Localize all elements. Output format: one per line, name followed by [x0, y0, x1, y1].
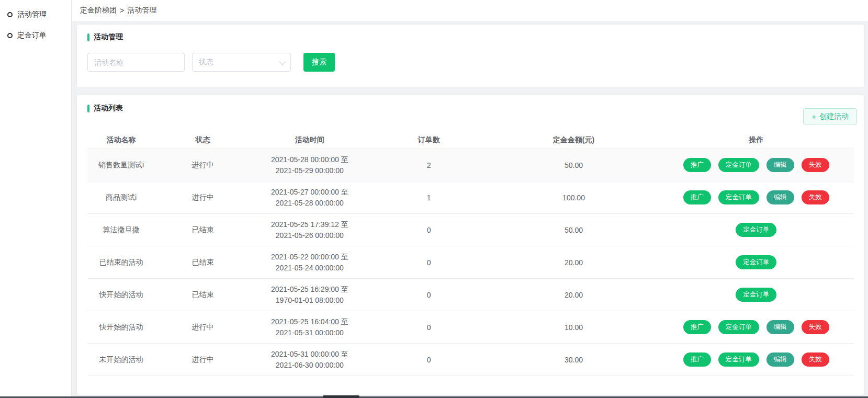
order-count-cell: 0	[369, 356, 489, 364]
edit-button[interactable]: 编辑	[766, 320, 794, 334]
sidebar: 活动管理 定金订单	[0, 0, 72, 396]
time-start: 2021-05-22 00:00:00 至	[251, 252, 369, 263]
order-count-cell: 1	[369, 194, 489, 202]
table-row: 快开始的活动进行中2021-05-25 16:04:00 至2021-05-31…	[87, 311, 854, 344]
panel-title-text: 活动列表	[94, 104, 123, 113]
actions-cell: 推广定金订单编辑失效	[658, 158, 854, 172]
activity-table: 活动名称状态活动时间订单数定金金额(元)操作 销售数量测试i进行中2021-05…	[87, 131, 854, 376]
invalidate-button[interactable]: 失效	[802, 190, 829, 204]
table-row: 算法撒旦撒已结束2021-05-25 17:39:12 至2021-05-26 …	[87, 214, 854, 246]
create-activity-button[interactable]: + 创建活动	[803, 108, 857, 124]
deposit-orders-button[interactable]: 定金订单	[736, 288, 776, 302]
page: 活动管理 定金订单 定金阶梯团 > 活动管理 活动管理 状态 搜索	[0, 0, 868, 398]
column-header: 操作	[658, 135, 854, 145]
order-count-cell: 2	[369, 161, 489, 169]
deposit-orders-button[interactable]: 定金订单	[718, 320, 759, 334]
order-count-cell: 0	[369, 226, 489, 234]
sidebar-item-label: 定金订单	[17, 31, 47, 40]
deposit-orders-button[interactable]: 定金订单	[718, 190, 759, 204]
create-activity-label: 创建活动	[819, 112, 849, 121]
table-row: 未开始的活动进行中2021-05-31 00:00:00 至2021-06-30…	[87, 344, 854, 376]
deposit-amount-cell: 30.00	[489, 356, 659, 364]
deposit-orders-button[interactable]: 定金订单	[736, 223, 776, 237]
deposit-orders-button[interactable]: 定金订单	[718, 352, 759, 367]
sidebar-item-label: 活动管理	[17, 10, 47, 19]
time-end: 2021-06-30 00:00:00	[251, 360, 369, 371]
column-header: 状态	[155, 135, 251, 145]
deposit-orders-button[interactable]: 定金订单	[718, 158, 759, 172]
activity-name-cell: 快开始的活动	[87, 290, 155, 300]
column-header: 活动名称	[87, 135, 155, 145]
title-bar-accent	[87, 33, 89, 41]
time-end: 2021-05-24 00:00:00	[251, 263, 369, 274]
edit-button[interactable]: 编辑	[766, 352, 794, 367]
promote-button[interactable]: 推广	[683, 320, 711, 334]
activity-name-cell: 快开始的活动	[87, 323, 155, 332]
search-form: 状态 搜索	[87, 53, 854, 72]
column-header: 定金金额(元)	[489, 135, 659, 145]
breadcrumb-separator: >	[120, 6, 124, 15]
actions-cell: 推广定金订单编辑失效	[658, 352, 854, 367]
order-count-cell: 0	[369, 291, 489, 299]
time-start: 2021-05-25 17:39:12 至	[251, 219, 369, 230]
search-panel-title: 活动管理	[87, 32, 854, 42]
status-cell: 已结束	[155, 225, 251, 235]
activity-name-cell: 商品测试i	[87, 193, 155, 202]
time-start: 2021-05-25 16:29:00 至	[251, 284, 369, 295]
activity-time-cell: 2021-05-28 00:00:00 至2021-05-29 00:00:00	[251, 154, 369, 176]
main-content: 定金阶梯团 > 活动管理 活动管理 状态 搜索 活动列表	[72, 0, 868, 398]
invalidate-button[interactable]: 失效	[802, 320, 829, 334]
breadcrumb-parent[interactable]: 定金阶梯团	[80, 6, 117, 15]
chevron-down-icon	[279, 58, 286, 65]
status-select[interactable]: 状态	[192, 53, 291, 72]
table-row: 快开始的活动已结束2021-05-25 16:29:00 至1970-01-01…	[87, 279, 854, 311]
order-count-cell: 0	[369, 323, 489, 332]
promote-button[interactable]: 推广	[683, 352, 711, 367]
actions-cell: 推广定金订单编辑失效	[658, 190, 854, 204]
table-row: 商品测试i进行中2021-05-27 00:00:00 至2021-05-28 …	[87, 181, 854, 214]
activity-time-cell: 2021-05-25 16:29:00 至1970-01-01 08:00:00	[251, 284, 369, 306]
activity-name-input[interactable]	[87, 53, 185, 72]
activity-time-cell: 2021-05-31 00:00:00 至2021-06-30 00:00:00	[251, 349, 369, 371]
activity-name-cell: 销售数量测试i	[87, 161, 155, 170]
invalidate-button[interactable]: 失效	[802, 352, 829, 367]
activity-name-cell: 未开始的活动	[87, 355, 155, 365]
table-body: 销售数量测试i进行中2021-05-28 00:00:00 至2021-05-2…	[87, 149, 854, 376]
search-panel: 活动管理 状态 搜索	[77, 25, 864, 87]
time-end: 1970-01-01 08:00:00	[251, 295, 369, 306]
time-start: 2021-05-25 16:04:00 至	[251, 316, 369, 327]
horizontal-scrollbar-thumb[interactable]	[323, 395, 359, 398]
activity-name-cell: 已结束的活动	[87, 258, 155, 267]
activity-list-panel: 活动列表 + 创建活动 活动名称状态活动时间订单数定金金额(元)操作 销售数量测…	[77, 95, 864, 395]
column-header: 订单数	[369, 135, 489, 145]
sidebar-item-activity-management[interactable]: 活动管理	[0, 4, 71, 25]
edit-button[interactable]: 编辑	[766, 158, 794, 172]
table-row: 销售数量测试i进行中2021-05-28 00:00:00 至2021-05-2…	[87, 149, 854, 181]
time-end: 2021-05-29 00:00:00	[251, 165, 369, 176]
actions-cell: 定金订单	[658, 255, 854, 269]
deposit-amount-cell: 10.00	[489, 323, 659, 332]
invalidate-button[interactable]: 失效	[802, 158, 829, 172]
deposit-amount-cell: 50.00	[489, 161, 659, 169]
activity-time-cell: 2021-05-22 00:00:00 至2021-05-24 00:00:00	[251, 252, 369, 274]
activity-time-cell: 2021-05-25 16:04:00 至2021-05-31 00:00:00	[251, 316, 369, 338]
deposit-amount-cell: 20.00	[489, 258, 659, 267]
status-cell: 进行中	[155, 161, 251, 170]
deposit-amount-cell: 50.00	[489, 226, 659, 234]
time-start: 2021-05-27 00:00:00 至	[251, 187, 369, 198]
time-end: 2021-05-26 00:00:00	[251, 230, 369, 241]
status-cell: 进行中	[155, 193, 251, 202]
promote-button[interactable]: 推广	[683, 158, 711, 172]
edit-button[interactable]: 编辑	[766, 190, 794, 204]
time-end: 2021-05-31 00:00:00	[251, 327, 369, 338]
activity-name-cell: 算法撒旦撒	[87, 225, 155, 235]
list-panel-title: 活动列表	[87, 104, 123, 113]
promote-button[interactable]: 推广	[683, 190, 711, 204]
activity-time-cell: 2021-05-25 17:39:12 至2021-05-26 00:00:00	[251, 219, 369, 241]
activity-time-cell: 2021-05-27 00:00:00 至2021-05-28 00:00:00	[251, 187, 369, 209]
sidebar-item-deposit-orders[interactable]: 定金订单	[0, 25, 71, 46]
time-start: 2021-05-31 00:00:00 至	[251, 349, 369, 360]
deposit-orders-button[interactable]: 定金订单	[736, 255, 776, 269]
status-cell: 已结束	[155, 290, 251, 300]
search-button[interactable]: 搜索	[303, 53, 335, 72]
